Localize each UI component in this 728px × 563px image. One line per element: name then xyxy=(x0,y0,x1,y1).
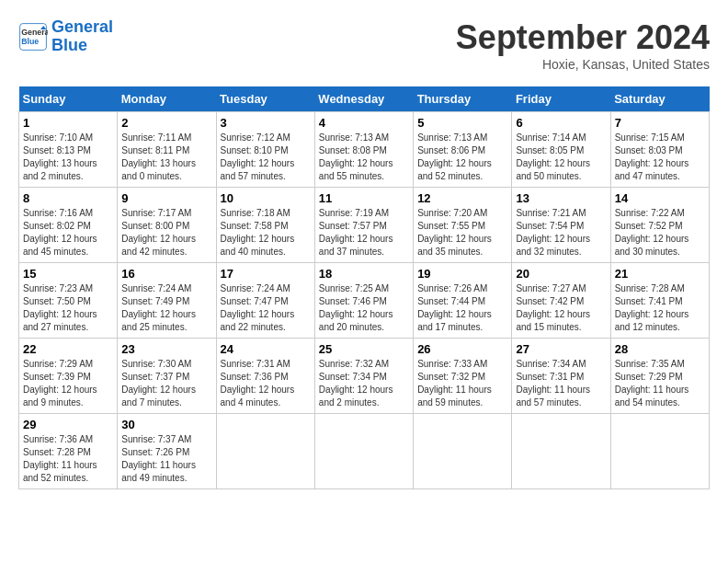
day-info: Sunrise: 7:12 AM Sunset: 8:10 PM Dayligh… xyxy=(221,132,311,183)
day-cell-12: 12Sunrise: 7:20 AM Sunset: 7:55 PM Dayli… xyxy=(414,188,512,263)
day-number: 2 xyxy=(121,116,211,130)
logo-text-blue: Blue xyxy=(51,37,113,55)
day-cell-18: 18Sunrise: 7:25 AM Sunset: 7:46 PM Dayli… xyxy=(314,263,413,339)
logo: General Blue General Blue xyxy=(18,18,113,55)
day-number: 27 xyxy=(516,342,606,356)
day-number: 8 xyxy=(23,191,113,205)
day-number: 25 xyxy=(319,342,409,356)
empty-cell xyxy=(512,414,610,489)
day-cell-30: 30Sunrise: 7:37 AM Sunset: 7:26 PM Dayli… xyxy=(118,414,216,489)
day-number: 29 xyxy=(23,418,113,431)
weekday-header-monday: Monday xyxy=(118,86,216,112)
week-row-5: 29Sunrise: 7:36 AM Sunset: 7:28 PM Dayli… xyxy=(19,414,710,489)
day-cell-29: 29Sunrise: 7:36 AM Sunset: 7:28 PM Dayli… xyxy=(19,414,118,489)
day-info: Sunrise: 7:24 AM Sunset: 7:49 PM Dayligh… xyxy=(121,282,211,334)
day-number: 26 xyxy=(417,342,507,356)
title-area: September 2024 Hoxie, Kansas, United Sta… xyxy=(456,18,710,72)
day-cell-16: 16Sunrise: 7:24 AM Sunset: 7:49 PM Dayli… xyxy=(118,263,216,339)
day-info: Sunrise: 7:20 AM Sunset: 7:55 PM Dayligh… xyxy=(417,207,507,259)
day-number: 11 xyxy=(319,191,409,205)
day-number: 18 xyxy=(319,267,409,281)
day-cell-13: 13Sunrise: 7:21 AM Sunset: 7:54 PM Dayli… xyxy=(512,188,610,263)
day-cell-8: 8Sunrise: 7:16 AM Sunset: 8:02 PM Daylig… xyxy=(19,188,118,263)
day-cell-28: 28Sunrise: 7:35 AM Sunset: 7:29 PM Dayli… xyxy=(610,339,709,414)
day-info: Sunrise: 7:36 AM Sunset: 7:28 PM Dayligh… xyxy=(23,433,113,485)
day-info: Sunrise: 7:13 AM Sunset: 8:08 PM Dayligh… xyxy=(319,132,409,183)
day-number: 4 xyxy=(319,116,409,130)
day-cell-10: 10Sunrise: 7:18 AM Sunset: 7:58 PM Dayli… xyxy=(216,188,314,263)
logo-icon: General Blue xyxy=(18,22,48,52)
day-info: Sunrise: 7:10 AM Sunset: 8:13 PM Dayligh… xyxy=(23,132,113,183)
day-info: Sunrise: 7:13 AM Sunset: 8:06 PM Dayligh… xyxy=(417,132,507,183)
day-info: Sunrise: 7:33 AM Sunset: 7:32 PM Dayligh… xyxy=(417,358,507,409)
day-cell-11: 11Sunrise: 7:19 AM Sunset: 7:57 PM Dayli… xyxy=(314,188,413,263)
day-number: 13 xyxy=(516,191,606,205)
day-number: 1 xyxy=(23,116,113,130)
day-info: Sunrise: 7:34 AM Sunset: 7:31 PM Dayligh… xyxy=(516,358,606,409)
day-info: Sunrise: 7:28 AM Sunset: 7:41 PM Dayligh… xyxy=(615,282,705,334)
day-cell-25: 25Sunrise: 7:32 AM Sunset: 7:34 PM Dayli… xyxy=(314,339,413,414)
weekday-header-tuesday: Tuesday xyxy=(216,86,314,112)
empty-cell xyxy=(414,414,512,489)
day-cell-23: 23Sunrise: 7:30 AM Sunset: 7:37 PM Dayli… xyxy=(118,339,216,414)
day-info: Sunrise: 7:35 AM Sunset: 7:29 PM Dayligh… xyxy=(615,358,705,409)
weekday-header-row: SundayMondayTuesdayWednesdayThursdayFrid… xyxy=(19,86,710,112)
week-row-1: 1Sunrise: 7:10 AM Sunset: 8:13 PM Daylig… xyxy=(19,112,710,188)
weekday-header-wednesday: Wednesday xyxy=(314,86,413,112)
week-row-4: 22Sunrise: 7:29 AM Sunset: 7:39 PM Dayli… xyxy=(19,339,710,414)
day-cell-26: 26Sunrise: 7:33 AM Sunset: 7:32 PM Dayli… xyxy=(414,339,512,414)
day-number: 6 xyxy=(516,116,606,130)
day-number: 3 xyxy=(221,116,311,130)
day-cell-27: 27Sunrise: 7:34 AM Sunset: 7:31 PM Dayli… xyxy=(512,339,610,414)
weekday-header-thursday: Thursday xyxy=(414,86,512,112)
day-number: 15 xyxy=(23,267,113,281)
logo-text-general: General xyxy=(51,18,113,37)
day-number: 14 xyxy=(615,191,705,205)
empty-cell xyxy=(610,414,709,489)
day-info: Sunrise: 7:30 AM Sunset: 7:37 PM Dayligh… xyxy=(121,358,211,409)
svg-text:Blue: Blue xyxy=(21,37,39,46)
day-number: 28 xyxy=(615,342,705,356)
day-cell-17: 17Sunrise: 7:24 AM Sunset: 7:47 PM Dayli… xyxy=(216,263,314,339)
week-row-2: 8Sunrise: 7:16 AM Sunset: 8:02 PM Daylig… xyxy=(19,188,710,263)
day-cell-5: 5Sunrise: 7:13 AM Sunset: 8:06 PM Daylig… xyxy=(414,112,512,188)
day-info: Sunrise: 7:23 AM Sunset: 7:50 PM Dayligh… xyxy=(23,282,113,334)
day-info: Sunrise: 7:32 AM Sunset: 7:34 PM Dayligh… xyxy=(319,358,409,409)
day-info: Sunrise: 7:22 AM Sunset: 7:52 PM Dayligh… xyxy=(615,207,705,259)
day-cell-21: 21Sunrise: 7:28 AM Sunset: 7:41 PM Dayli… xyxy=(610,263,709,339)
day-number: 24 xyxy=(221,342,311,356)
page-header: General Blue General Blue September 2024… xyxy=(18,18,710,72)
day-cell-4: 4Sunrise: 7:13 AM Sunset: 8:08 PM Daylig… xyxy=(314,112,413,188)
day-number: 7 xyxy=(615,116,705,130)
day-cell-1: 1Sunrise: 7:10 AM Sunset: 8:13 PM Daylig… xyxy=(19,112,118,188)
day-cell-6: 6Sunrise: 7:14 AM Sunset: 8:05 PM Daylig… xyxy=(512,112,610,188)
day-info: Sunrise: 7:14 AM Sunset: 8:05 PM Dayligh… xyxy=(516,132,606,183)
day-info: Sunrise: 7:24 AM Sunset: 7:47 PM Dayligh… xyxy=(221,282,311,334)
weekday-header-friday: Friday xyxy=(512,86,610,112)
weekday-header-sunday: Sunday xyxy=(19,86,118,112)
calendar-table: SundayMondayTuesdayWednesdayThursdayFrid… xyxy=(18,86,710,489)
day-info: Sunrise: 7:21 AM Sunset: 7:54 PM Dayligh… xyxy=(516,207,606,259)
day-number: 9 xyxy=(121,191,211,205)
day-cell-20: 20Sunrise: 7:27 AM Sunset: 7:42 PM Dayli… xyxy=(512,263,610,339)
day-number: 20 xyxy=(516,267,606,281)
day-info: Sunrise: 7:11 AM Sunset: 8:11 PM Dayligh… xyxy=(121,132,211,183)
day-cell-14: 14Sunrise: 7:22 AM Sunset: 7:52 PM Dayli… xyxy=(610,188,709,263)
day-info: Sunrise: 7:25 AM Sunset: 7:46 PM Dayligh… xyxy=(319,282,409,334)
day-number: 19 xyxy=(417,267,507,281)
empty-cell xyxy=(314,414,413,489)
day-number: 16 xyxy=(121,267,211,281)
day-cell-3: 3Sunrise: 7:12 AM Sunset: 8:10 PM Daylig… xyxy=(216,112,314,188)
day-number: 5 xyxy=(417,116,507,130)
day-number: 30 xyxy=(121,418,211,431)
weekday-header-saturday: Saturday xyxy=(610,86,709,112)
day-info: Sunrise: 7:18 AM Sunset: 7:58 PM Dayligh… xyxy=(221,207,311,259)
day-number: 12 xyxy=(417,191,507,205)
day-info: Sunrise: 7:26 AM Sunset: 7:44 PM Dayligh… xyxy=(417,282,507,334)
day-cell-2: 2Sunrise: 7:11 AM Sunset: 8:11 PM Daylig… xyxy=(118,112,216,188)
day-cell-24: 24Sunrise: 7:31 AM Sunset: 7:36 PM Dayli… xyxy=(216,339,314,414)
day-info: Sunrise: 7:37 AM Sunset: 7:26 PM Dayligh… xyxy=(121,433,211,485)
day-cell-22: 22Sunrise: 7:29 AM Sunset: 7:39 PM Dayli… xyxy=(19,339,118,414)
day-number: 22 xyxy=(23,342,113,356)
day-number: 17 xyxy=(221,267,311,281)
